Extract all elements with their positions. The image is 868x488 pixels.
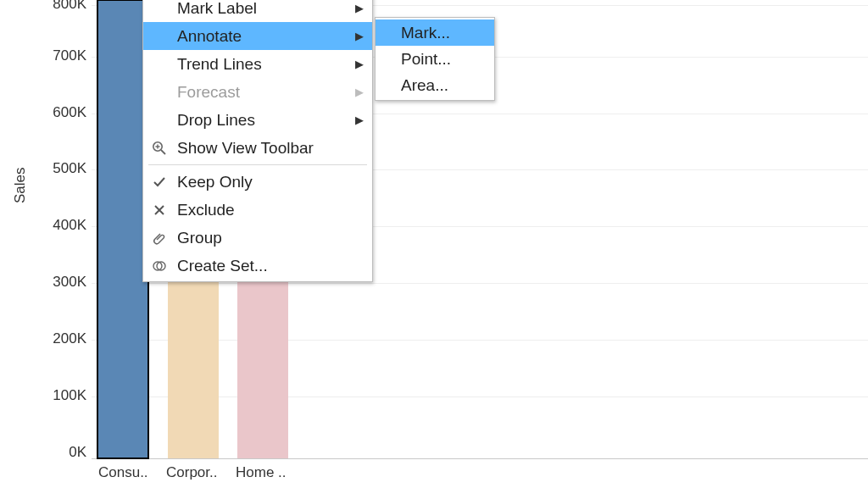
context-menu: Mark Label ▶ Annotate ▶ Trend Lines ▶ Fo… [142,0,373,282]
submenu-item-area[interactable]: Area... [376,72,494,98]
menu-item-label: Mark Label [177,0,321,18]
y-tick-0k: 0K [47,444,86,461]
menu-item-exclude[interactable]: Exclude [143,196,372,224]
x-icon [150,203,169,217]
svg-line-1 [161,150,165,154]
annotate-submenu: Mark... Point... Area... [375,17,495,101]
check-icon [150,175,169,190]
bar-consumer[interactable] [97,0,148,458]
menu-item-annotate[interactable]: Annotate ▶ [143,22,372,50]
menu-separator [148,164,367,165]
submenu-item-point[interactable]: Point... [376,46,494,72]
menu-item-show-view-toolbar[interactable]: Show View Toolbar [143,134,372,162]
menu-item-label: Group [177,229,364,247]
menu-item-label: Exclude [177,201,364,219]
menu-item-label: Drop Lines [177,111,321,130]
menu-item-label: Forecast [177,83,321,102]
x-axis [92,458,868,459]
y-tick-100k: 100K [47,387,86,404]
menu-item-group[interactable]: Group [143,224,372,252]
y-tick-700k: 700K [47,47,86,64]
y-axis-label: Sales [12,167,29,203]
magnifier-plus-icon [150,141,169,156]
x-tick-home-office: Home .. [236,464,295,481]
chevron-right-icon: ▶ [355,30,364,42]
submenu-item-mark[interactable]: Mark... [376,19,494,46]
chevron-right-icon: ▶ [355,86,364,98]
bar-home-office[interactable] [237,280,288,458]
chevron-right-icon: ▶ [355,58,364,70]
y-tick-800k: 800K [47,0,86,13]
chevron-right-icon: ▶ [355,2,364,14]
y-tick-500k: 500K [47,160,86,177]
menu-item-label: Keep Only [177,173,364,191]
menu-item-label: Trend Lines [177,55,321,74]
y-tick-200k: 200K [47,330,86,347]
menu-item-forecast: Forecast ▶ [143,78,372,106]
paperclip-icon [150,230,169,246]
y-tick-400k: 400K [47,217,86,234]
menu-item-mark-label[interactable]: Mark Label ▶ [143,0,372,22]
menu-item-trend-lines[interactable]: Trend Lines ▶ [143,50,372,78]
menu-item-drop-lines[interactable]: Drop Lines ▶ [143,106,372,134]
chevron-right-icon: ▶ [355,114,364,126]
menu-item-label: Mark... [401,24,460,42]
menu-item-label: Create Set... [177,257,364,275]
menu-item-label: Show View Toolbar [177,139,364,158]
venn-icon [150,258,169,274]
menu-item-label: Area... [401,76,460,95]
menu-item-keep-only[interactable]: Keep Only [143,168,372,196]
x-tick-corporate: Corpor.. [166,464,225,481]
menu-item-create-set[interactable]: Create Set... [143,252,372,280]
y-tick-300k: 300K [47,274,86,291]
menu-item-label: Annotate [177,27,321,46]
x-tick-consumer: Consu.. [98,464,158,481]
y-tick-600k: 600K [47,104,86,121]
menu-item-label: Point... [401,50,460,69]
